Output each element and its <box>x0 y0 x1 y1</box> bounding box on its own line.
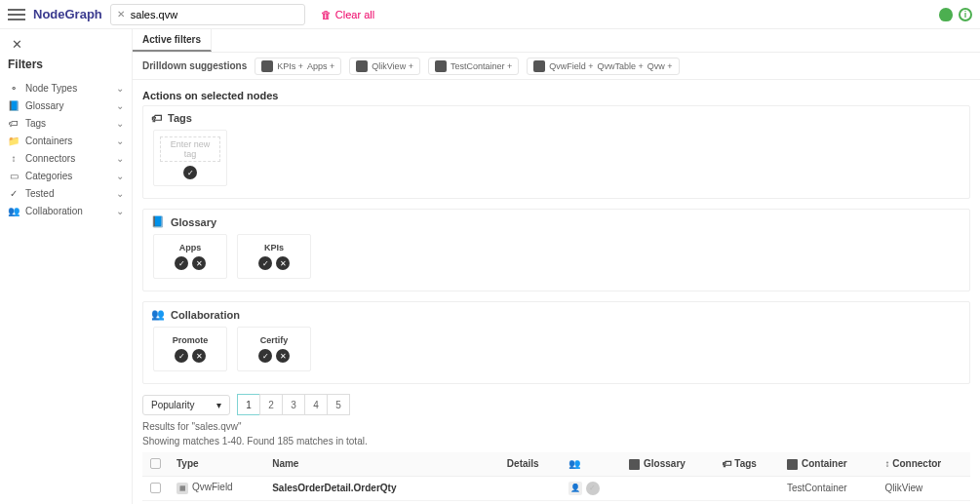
user-avatar-icon[interactable] <box>939 8 953 21</box>
search-input[interactable] <box>131 9 298 20</box>
tab-active-filters[interactable]: Active filters <box>133 29 212 52</box>
table-row[interactable]: ▦QvwField SalesOrderDetail.OrderQty 👤 ✓ … <box>142 476 970 500</box>
results-query: Results for "sales.qvw" <box>142 421 970 432</box>
row-name: Product <box>264 500 499 504</box>
sidebar-item-node-types[interactable]: ⚬ Node Types ⌄ <box>8 79 124 97</box>
drilldown-group[interactable]: QvwField + QvwTable + Qvw + <box>527 58 679 75</box>
collaboration-panel: 👥Collaboration Promote ✓ ✕ Certify ✓ ✕ <box>142 301 970 384</box>
clear-all-button[interactable]: 🗑 Clear all <box>321 9 374 20</box>
trash-icon: 🗑 <box>321 9 332 20</box>
actions-title: Actions on selected nodes <box>142 90 980 101</box>
new-tag-input[interactable]: Enter new tag <box>160 136 220 162</box>
page-4-button[interactable]: 4 <box>304 394 328 415</box>
drilldown-pill[interactable]: TestContainer + <box>451 61 512 71</box>
results-table: Type Name Details 👥 Glossary 🏷 Tags Cont… <box>142 452 970 504</box>
tag-icon: 🏷 <box>151 112 162 124</box>
chevron-down-icon: ▾ <box>216 400 221 410</box>
glossary-kpis-card: KPIs ✓ ✕ <box>237 234 311 279</box>
remove-collab-certify-button[interactable]: ✕ <box>276 349 290 363</box>
th-details[interactable]: Details <box>499 452 561 476</box>
th-tags[interactable]: Tags <box>734 458 757 469</box>
group-icon <box>435 60 447 72</box>
chevron-down-icon: ⌄ <box>116 206 124 216</box>
table-row[interactable]: ▦QvwTable Product 👤 ✓ TestContainer Qlik… <box>142 500 970 504</box>
type-icon: ▦ <box>176 483 188 494</box>
filter-label: Containers <box>25 136 72 146</box>
filter-label: Glossary <box>25 100 63 111</box>
promote-icon[interactable]: 👤 <box>568 482 582 495</box>
row-name: SalesOrderDetail.OrderQty <box>264 476 499 500</box>
group-icon <box>356 60 368 72</box>
group-icon <box>533 60 545 72</box>
filter-icon: ⚬ <box>8 82 20 94</box>
remove-collab-promote-button[interactable]: ✕ <box>192 349 206 363</box>
filter-icon: ✓ <box>8 187 20 199</box>
drilldown-pill[interactable]: Apps + <box>307 61 334 71</box>
apply-glossary-kpis-button[interactable]: ✓ <box>258 256 272 270</box>
drilldown-pill[interactable]: QlikView + <box>372 61 413 71</box>
remove-glossary-apps-button[interactable]: ✕ <box>192 256 206 270</box>
filter-icon: ▭ <box>8 170 20 181</box>
drilldown-group[interactable]: KPIs + Apps + <box>255 58 341 75</box>
drilldown-label: Drilldown suggestions <box>142 60 247 71</box>
collab-icon: 👥 <box>151 308 165 321</box>
filter-label: Tested <box>25 188 54 199</box>
filters-title: Filters <box>8 58 124 71</box>
add-tag-button[interactable]: ✓ <box>183 166 197 179</box>
page-3-button[interactable]: 3 <box>282 394 305 415</box>
sidebar-item-tested[interactable]: ✓ Tested ⌄ <box>8 184 124 202</box>
page-2-button[interactable]: 2 <box>259 394 283 415</box>
th-glossary[interactable]: Glossary <box>644 458 686 469</box>
select-all-checkbox[interactable] <box>150 458 161 469</box>
filter-label: Node Types <box>25 83 77 94</box>
drilldown-pill[interactable]: QvwField + <box>549 61 593 71</box>
certify-icon[interactable]: ✓ <box>586 482 600 495</box>
page-5-button[interactable]: 5 <box>327 394 350 415</box>
drilldown-pill[interactable]: Qvw + <box>647 61 673 71</box>
chevron-down-icon: ⌄ <box>116 188 124 199</box>
sidebar-item-glossary[interactable]: 📘 Glossary ⌄ <box>8 97 124 114</box>
filter-icon: 📘 <box>8 99 20 111</box>
sidebar-item-categories[interactable]: ▭ Categories ⌄ <box>8 167 124 184</box>
clear-search-icon[interactable]: ✕ <box>117 9 125 19</box>
filter-icon: ↕ <box>8 152 20 164</box>
drilldown-group[interactable]: QlikView + <box>349 58 420 75</box>
row-connector: QlikView <box>877 476 970 500</box>
connector-header-icon: ↕ <box>884 458 889 469</box>
filter-icon: 👥 <box>8 205 20 216</box>
glossary-heading: Glossary <box>171 216 216 228</box>
row-connector: QlikView <box>877 500 970 504</box>
filter-label: Connectors <box>25 153 75 164</box>
logo: NodeGraph <box>33 7 102 21</box>
collab-certify-card: Certify ✓ ✕ <box>237 327 311 371</box>
drilldown-pill[interactable]: QvwTable + <box>597 61 643 71</box>
th-container[interactable]: Container <box>802 458 847 469</box>
apply-collab-promote-button[interactable]: ✓ <box>175 349 188 363</box>
close-filters-icon[interactable]: ✕ <box>8 35 26 54</box>
info-icon[interactable]: i <box>959 8 972 21</box>
page-1-button[interactable]: 1 <box>237 394 260 415</box>
glossary-panel: 📘Glossary Apps ✓ ✕ KPIs ✓ ✕ <box>142 209 970 291</box>
tags-panel: 🏷Tags Enter new tag ✓ <box>142 105 970 199</box>
drilldown-group[interactable]: TestContainer + <box>428 58 519 75</box>
container-header-icon <box>787 459 798 470</box>
th-connector[interactable]: Connector <box>892 458 941 469</box>
sidebar-item-collaboration[interactable]: 👥 Collaboration ⌄ <box>8 202 124 219</box>
row-checkbox[interactable] <box>150 483 161 493</box>
sidebar-item-tags[interactable]: 🏷 Tags ⌄ <box>8 114 124 132</box>
menu-icon[interactable] <box>8 9 25 20</box>
apply-collab-certify-button[interactable]: ✓ <box>258 349 272 363</box>
remove-glossary-kpis-button[interactable]: ✕ <box>276 256 290 270</box>
th-type[interactable]: Type <box>169 452 264 476</box>
filter-icon: 📁 <box>8 135 20 146</box>
drilldown-pill[interactable]: KPIs + <box>277 61 303 71</box>
sidebar-item-connectors[interactable]: ↕ Connectors ⌄ <box>8 149 124 167</box>
filter-label: Categories <box>25 171 72 181</box>
sort-select[interactable]: Popularity ▾ <box>142 395 230 415</box>
chevron-down-icon: ⌄ <box>116 100 124 111</box>
row-container: TestContainer <box>779 476 878 500</box>
sidebar-item-containers[interactable]: 📁 Containers ⌄ <box>8 132 124 149</box>
th-name[interactable]: Name <box>264 452 499 476</box>
apply-glossary-apps-button[interactable]: ✓ <box>175 256 188 270</box>
tag-card: Enter new tag ✓ <box>153 130 227 186</box>
